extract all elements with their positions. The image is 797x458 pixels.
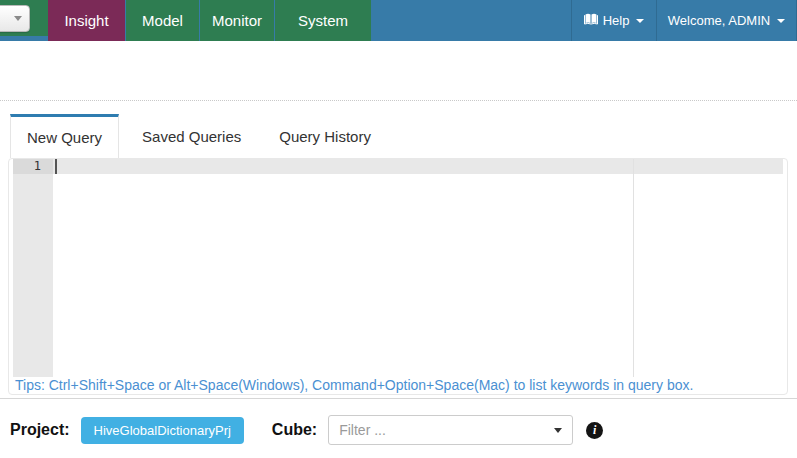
caret-down-icon <box>14 16 22 21</box>
query-context-row: Project: HiveGlobalDictionaryPrj Cube: F… <box>0 415 797 445</box>
print-margin-line <box>633 159 634 377</box>
nav-tab-insight[interactable]: Insight <box>48 0 125 41</box>
navbar-tabs: Insight Model Monitor System <box>48 0 372 41</box>
caret-down-icon <box>636 19 644 23</box>
tab-query-history[interactable]: Query History <box>264 114 386 158</box>
horizontal-divider <box>0 398 797 399</box>
top-navbar: Insight Model Monitor System Help Welcom… <box>0 0 797 41</box>
tab-saved-queries[interactable]: Saved Queries <box>127 114 256 158</box>
editor-tips-text: Tips: Ctrl+Shift+Space or Alt+Space(Wind… <box>13 377 783 394</box>
book-icon <box>584 13 598 28</box>
tab-new-query[interactable]: New Query <box>10 114 119 158</box>
help-label: Help <box>603 13 630 28</box>
sql-editor[interactable]: 1 <box>13 159 783 377</box>
caret-down-icon <box>777 19 785 23</box>
text-cursor <box>55 159 57 174</box>
info-icon[interactable]: i <box>586 422 603 439</box>
user-menu-label: Welcome, ADMIN <box>668 13 770 28</box>
query-tabs: New Query Saved Queries Query History <box>0 101 797 158</box>
line-number: 1 <box>13 159 53 174</box>
help-menu[interactable]: Help <box>571 0 656 41</box>
nav-tab-system[interactable]: System <box>275 0 371 41</box>
cube-filter-select[interactable]: Filter ... <box>328 415 573 445</box>
project-selector-badge[interactable]: HiveGlobalDictionaryPrj <box>81 417 244 444</box>
user-menu[interactable]: Welcome, ADMIN <box>656 0 797 41</box>
active-line-highlight <box>53 159 783 174</box>
navbar-right-menu: Help Welcome, ADMIN <box>571 0 797 41</box>
editor-gutter: 1 <box>13 159 53 377</box>
caret-down-icon <box>554 428 562 433</box>
cube-label: Cube: <box>272 421 317 439</box>
nav-tab-model[interactable]: Model <box>126 0 199 41</box>
cube-filter-placeholder: Filter ... <box>339 422 554 438</box>
query-box: 1 Tips: Ctrl+Shift+Space or Alt+Space(Wi… <box>8 158 788 395</box>
nav-tab-monitor[interactable]: Monitor <box>200 0 274 41</box>
collapsed-select-button[interactable] <box>0 5 30 32</box>
editor-content[interactable] <box>53 159 783 377</box>
project-label: Project: <box>10 421 70 439</box>
navbar-brand-area <box>0 0 48 36</box>
